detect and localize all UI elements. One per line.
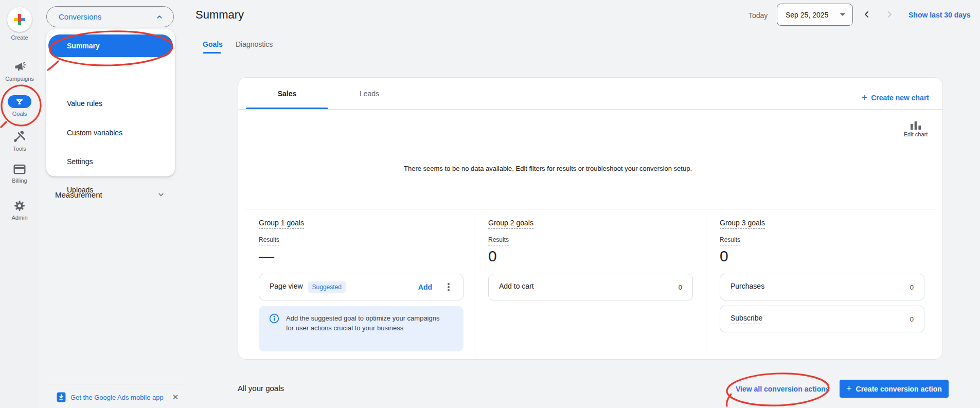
create-plus-icon <box>7 7 32 32</box>
all-your-goals-label: All your goals <box>238 384 284 393</box>
goal-label[interactable]: Add to cart <box>499 282 534 292</box>
suggested-goal-info-box: Add the suggested goal to optimize your … <box>259 306 464 351</box>
conversions-menu-panel: Summary Value rules Custom variables Set… <box>46 29 175 176</box>
goal-count: 0 <box>679 283 682 291</box>
menu-item-settings[interactable]: Settings <box>67 157 93 166</box>
create-new-chart-label: Create new chart <box>871 94 929 102</box>
rail-item-admin[interactable]: Admin <box>0 200 39 221</box>
date-range-picker[interactable]: Sep 25, 2025 <box>777 4 853 26</box>
today-label: Today <box>749 11 768 20</box>
conversion-summary-card: Sales Leads + Create new chart Edit char… <box>238 77 943 360</box>
red-circle-view-all-tail <box>726 394 731 406</box>
rail-item-tools[interactable]: Tools <box>0 130 39 152</box>
tab-diagnostics[interactable]: Diagnostics <box>236 40 273 48</box>
info-icon <box>269 313 279 351</box>
goal-label[interactable]: Subscribe <box>730 314 762 324</box>
column-divider <box>475 212 475 357</box>
rail-item-label: Billing <box>12 178 27 184</box>
conversions-selector-label: Conversions <box>59 12 101 21</box>
rail-item-create[interactable]: Create <box>0 7 39 41</box>
active-tab-indicator <box>203 52 221 54</box>
results-label[interactable]: Results <box>488 236 509 245</box>
goal-card-add-to-cart: Add to cart 0 <box>488 274 693 300</box>
group-title[interactable]: Group 3 goals <box>720 219 765 229</box>
rail-item-label: Create <box>11 34 28 41</box>
chevron-down-icon <box>156 190 166 199</box>
rail-item-label: Goals <box>12 111 27 117</box>
edit-chart-button[interactable]: Edit chart <box>898 120 934 137</box>
goal-card-page-view: Page view Suggested Add <box>259 274 464 300</box>
results-value: — <box>259 247 274 265</box>
results-value: 0 <box>720 247 728 265</box>
mobile-app-promo: Get the Google Ads mobile app ✕ <box>57 392 179 402</box>
goal-card-subscribe: Subscribe 0 <box>720 306 924 332</box>
nav-rail: Create Campaigns <box>0 0 39 408</box>
previous-period-button[interactable] <box>860 8 874 21</box>
plus-icon: + <box>846 383 852 394</box>
create-conversion-action-label: Create conversion action <box>856 385 942 393</box>
create-conversion-action-button[interactable]: + Create conversion action <box>840 380 949 398</box>
billing-card-icon <box>13 164 26 175</box>
rail-item-goals[interactable]: Goals <box>0 95 39 117</box>
conversions-selector-button[interactable]: Conversions <box>46 6 174 27</box>
show-last-30-days-link[interactable]: Show last 30 days <box>908 11 971 19</box>
no-data-message: There seems to be no data available. Edi… <box>246 165 849 172</box>
view-all-conversion-actions-link[interactable]: View all conversion actions <box>736 385 830 393</box>
rail-item-label: Campaigns <box>5 76 34 82</box>
measurement-section-toggle[interactable]: Measurement <box>55 190 166 199</box>
menu-item-value-rules[interactable]: Value rules <box>67 99 102 108</box>
menu-item-custom-variables[interactable]: Custom variables <box>67 129 122 137</box>
edit-chart-label: Edit chart <box>904 131 928 137</box>
results-value: 0 <box>488 247 497 265</box>
goal-card-purchases: Purchases 0 <box>720 274 924 300</box>
rail-item-billing[interactable]: Billing <box>0 164 39 184</box>
tab-goals[interactable]: Goals <box>203 40 223 48</box>
results-label[interactable]: Results <box>259 236 279 245</box>
goal-count: 0 <box>910 283 914 291</box>
page-title: Summary <box>195 8 244 22</box>
rail-item-label: Admin <box>11 215 27 221</box>
goal-label[interactable]: Purchases <box>730 282 764 292</box>
close-icon[interactable]: ✕ <box>172 393 179 402</box>
plus-icon: + <box>862 92 867 103</box>
info-message: Add the suggested goal to optimize your … <box>286 313 440 351</box>
group-title[interactable]: Group 2 goals <box>488 219 533 229</box>
promo-divider <box>49 384 183 384</box>
rail-item-label: Tools <box>13 146 26 152</box>
tools-icon <box>13 130 26 143</box>
suggested-badge: Suggested <box>308 281 346 293</box>
chevron-up-icon <box>155 12 164 22</box>
rail-item-campaigns[interactable]: Campaigns <box>0 60 39 82</box>
results-label[interactable]: Results <box>720 236 740 245</box>
measurement-label: Measurement <box>55 190 102 199</box>
dropdown-caret-icon <box>840 13 845 16</box>
chevron-left-icon <box>862 9 872 20</box>
next-period-button[interactable] <box>883 8 896 21</box>
column-divider <box>706 212 706 357</box>
goal-label[interactable]: Page view <box>270 282 303 292</box>
mobile-app-link[interactable]: Get the Google Ads mobile app <box>70 394 164 401</box>
goals-trophy-icon <box>8 95 31 108</box>
group-title[interactable]: Group 1 goals <box>259 219 304 229</box>
goal-count: 0 <box>910 315 914 323</box>
groups-top-divider <box>246 209 936 209</box>
add-goal-button[interactable]: Add <box>418 283 432 291</box>
mobile-app-icon <box>57 392 66 402</box>
menu-item-summary[interactable]: Summary <box>48 34 173 57</box>
kebab-menu-icon[interactable] <box>444 281 453 293</box>
tab-sales[interactable]: Sales <box>246 78 328 109</box>
chevron-right-icon <box>884 9 895 20</box>
tab-divider <box>238 109 942 110</box>
date-range-value: Sep 25, 2025 <box>786 11 828 19</box>
active-card-tab-indicator <box>246 108 328 109</box>
admin-gear-icon <box>13 200 26 212</box>
bar-chart-icon <box>909 120 922 130</box>
create-new-chart-link[interactable]: + Create new chart <box>862 92 929 103</box>
tab-leads[interactable]: Leads <box>328 78 411 109</box>
campaigns-megaphone-icon <box>13 60 26 73</box>
